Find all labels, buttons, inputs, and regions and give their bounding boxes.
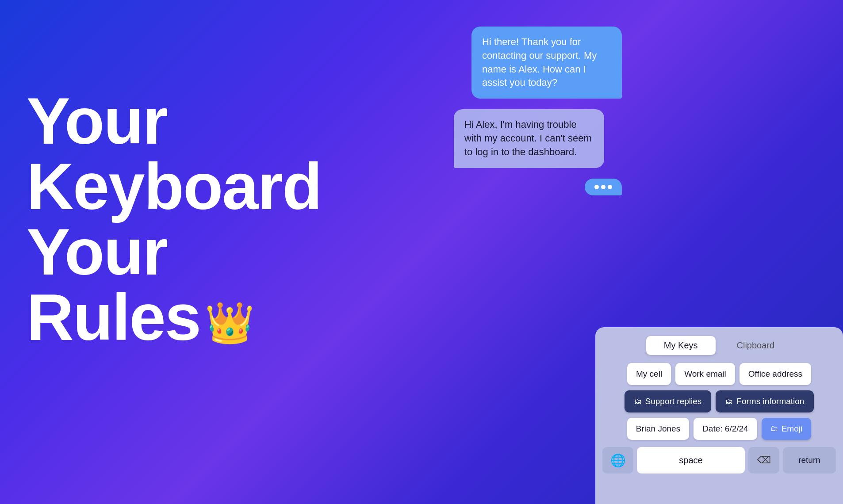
hero-line3: Your (27, 219, 322, 285)
folder-icon-support: 🗂 (634, 397, 642, 406)
keys-row-3: Brian Jones Date: 6/2/24 🗂 Emoji (602, 418, 836, 440)
key-brian-jones[interactable]: Brian Jones (627, 418, 689, 440)
delete-button[interactable]: ⌫ (748, 447, 779, 473)
key-date[interactable]: Date: 6/2/24 (694, 418, 757, 440)
space-button[interactable]: space (637, 447, 745, 473)
keyboard-panel: My Keys Clipboard My cell Work email Off… (595, 327, 843, 504)
return-button[interactable]: return (783, 447, 836, 473)
crown-icon: 👑 (205, 303, 253, 343)
key-emoji[interactable]: 🗂 Emoji (762, 418, 812, 440)
hero-line1: Your (27, 88, 322, 154)
chat-bubble-user: Hi Alex, I'm having trouble with my acco… (454, 109, 604, 168)
keys-row-1: My cell Work email Office address (602, 363, 836, 385)
globe-icon: 🌐 (610, 453, 626, 468)
chat-bubble-typing (585, 179, 622, 195)
chat-bubble-support: Hi there! Thank you for contacting our s… (471, 27, 622, 99)
keyboard-bottom-row: 🌐 space ⌫ return (602, 447, 836, 473)
key-forms-information[interactable]: 🗂 Forms information (716, 390, 814, 412)
tab-my-keys[interactable]: My Keys (646, 336, 716, 355)
delete-icon: ⌫ (757, 454, 771, 466)
keyboard-tabs: My Keys Clipboard (602, 336, 836, 355)
hero-text: Your Keyboard Your Rules👑 (27, 88, 322, 350)
key-office-address[interactable]: Office address (740, 363, 811, 385)
key-my-cell[interactable]: My cell (627, 363, 671, 385)
key-support-replies[interactable]: 🗂 Support replies (625, 390, 712, 412)
folder-icon-emoji: 🗂 (770, 424, 778, 433)
tab-clipboard[interactable]: Clipboard (719, 336, 793, 355)
typing-dot-2 (601, 185, 605, 189)
chat-area: Hi there! Thank you for contacting our s… (454, 27, 622, 195)
typing-dot-3 (608, 185, 612, 189)
typing-dot-1 (594, 185, 599, 189)
hero-line2: Keyboard (27, 154, 322, 219)
key-work-email[interactable]: Work email (675, 363, 735, 385)
hero-line4: Rules👑 (27, 285, 322, 350)
folder-icon-forms: 🗂 (725, 397, 733, 406)
globe-button[interactable]: 🌐 (602, 447, 633, 473)
keys-row-2: 🗂 Support replies 🗂 Forms information (602, 390, 836, 412)
